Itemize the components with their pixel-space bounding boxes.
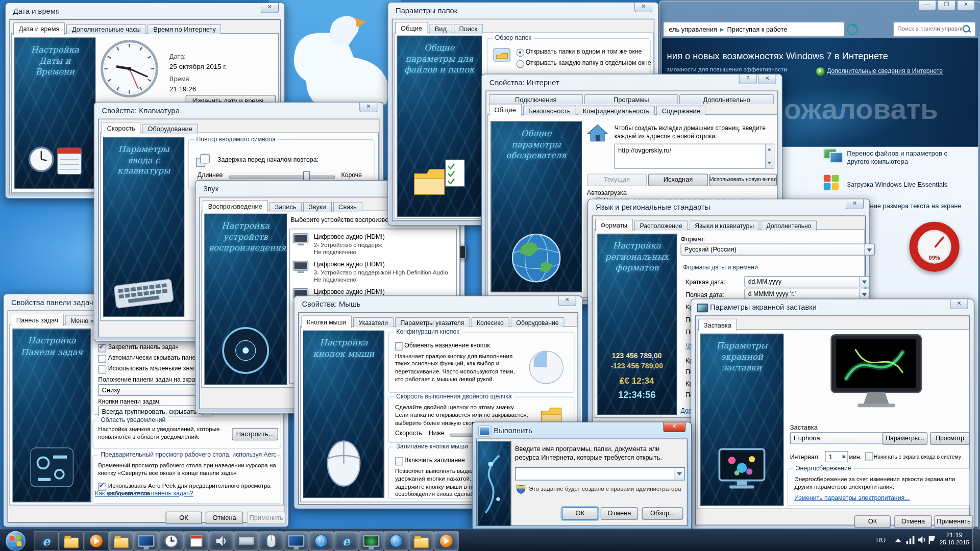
volume-icon[interactable] xyxy=(918,536,926,544)
close-button[interactable] xyxy=(634,3,653,13)
minimize-button[interactable] xyxy=(918,1,937,11)
device-item[interactable]: Цифровое аудио (HDMI) 3- Устройство с по… xyxy=(292,261,452,286)
tab-view[interactable]: Вид xyxy=(429,24,452,34)
taskbar-button-date-time[interactable] xyxy=(159,531,184,551)
close-button[interactable] xyxy=(758,74,776,85)
run-combo[interactable] xyxy=(515,467,685,481)
tab-formats[interactable]: Форматы xyxy=(595,219,633,231)
saver-combo[interactable]: Euphoria xyxy=(790,432,893,444)
tab-buttons[interactable]: Кнопки мыши xyxy=(301,315,352,328)
click-lock-label[interactable]: Включить залипание xyxy=(404,457,465,463)
breadcrumb-item[interactable]: Приступая к работе xyxy=(727,26,788,33)
taskbar-button-keyboard[interactable] xyxy=(234,531,259,551)
tab-date-time[interactable]: Дата и время xyxy=(13,22,65,35)
autohide-checkbox[interactable] xyxy=(98,355,106,363)
date-time-titlebar[interactable]: Дата и время xyxy=(6,3,284,19)
tab-pointer-options[interactable]: Параметры указателя xyxy=(395,317,470,328)
small-icons-checkbox[interactable] xyxy=(98,365,106,373)
search-input[interactable] xyxy=(896,24,964,33)
small-icons-label[interactable]: Использовать маленькие значки xyxy=(108,365,202,371)
taskbar-button-region[interactable] xyxy=(309,531,334,551)
new-window-label[interactable]: Открывать каждую папку в отдельном окне xyxy=(526,59,651,66)
tab-playback[interactable]: Воспроизведение xyxy=(203,200,268,212)
taskbar-button-volume[interactable] xyxy=(209,531,234,551)
tab-additional-clocks[interactable]: Дополнительные часы xyxy=(66,24,146,35)
scroll-down-icon[interactable] xyxy=(768,162,771,166)
ok-button[interactable]: ОК xyxy=(854,515,891,528)
taskbar-button-display[interactable] xyxy=(134,531,159,551)
close-button[interactable] xyxy=(957,1,975,11)
more-info-icon[interactable] xyxy=(816,67,825,76)
refresh-icon[interactable] xyxy=(847,24,858,35)
taskbar-button-screen[interactable] xyxy=(284,531,309,551)
taskbar-button-media-player[interactable] xyxy=(84,531,109,551)
help-button[interactable] xyxy=(739,74,757,85)
tab-wheel[interactable]: Колесико xyxy=(471,317,509,328)
tab-general[interactable]: Общие xyxy=(395,22,428,34)
tab-screensaver[interactable]: Заставка xyxy=(698,318,737,331)
close-button[interactable] xyxy=(846,199,864,210)
search-icon[interactable] xyxy=(963,25,970,33)
search-box[interactable] xyxy=(893,22,976,37)
region-titlebar[interactable]: Язык и региональные стандарты xyxy=(588,199,869,216)
tab-general[interactable]: Общие xyxy=(489,104,522,116)
saver-preview-button[interactable]: Просмотр xyxy=(930,432,970,444)
transfer-files-item[interactable]: Перенос файлов и параметров с другого ко… xyxy=(847,149,969,166)
apply-button[interactable]: Применить xyxy=(935,515,973,528)
taskbar-button-internet-options[interactable]: e xyxy=(334,531,359,551)
network-icon[interactable] xyxy=(906,536,915,544)
close-button[interactable] xyxy=(950,299,968,310)
run-titlebar[interactable]: Выполнить xyxy=(473,422,692,439)
taskbar-button-media-player-2[interactable] xyxy=(434,531,459,551)
taskbar-button-explorer[interactable] xyxy=(59,531,84,551)
lock-taskbar-checkbox[interactable] xyxy=(98,344,106,353)
tab-privacy[interactable]: Конфиденциальность xyxy=(577,106,655,116)
new-window-radio[interactable] xyxy=(516,60,524,68)
use-current-button[interactable]: Текущая xyxy=(587,173,647,186)
close-button[interactable] xyxy=(359,103,378,113)
screensaver-titlebar[interactable]: Параметры экранной заставки xyxy=(691,299,973,316)
transfer-files-icon[interactable] xyxy=(823,147,842,163)
start-button[interactable] xyxy=(5,531,27,551)
logon-screen-label[interactable]: Начинать с экрана входа в систему xyxy=(874,454,961,460)
tray-clock[interactable]: 21:19 25.10.2015 xyxy=(939,531,970,550)
repeat-delay-slider[interactable] xyxy=(229,176,335,179)
tab-keyboards[interactable]: Языки и клавиатуры xyxy=(689,220,760,231)
same-window-radio[interactable] xyxy=(516,49,524,57)
tab-communications[interactable]: Связь xyxy=(333,202,362,212)
breadcrumb[interactable]: ель управления xyxy=(669,26,717,33)
show-desktop-button[interactable] xyxy=(972,529,980,551)
tab-internet-time[interactable]: Время по Интернету xyxy=(148,24,222,35)
close-button[interactable] xyxy=(663,422,685,433)
cpu-gauge-gadget[interactable]: 09% xyxy=(910,222,960,272)
maximize-button[interactable] xyxy=(938,1,956,11)
tab-sounds[interactable]: Звуки xyxy=(303,202,332,212)
tab-recording[interactable]: Запись xyxy=(269,202,302,212)
taskbar-button-language[interactable] xyxy=(384,531,409,551)
close-button[interactable] xyxy=(558,296,576,306)
tab-administrative[interactable]: Дополнительно xyxy=(761,220,817,231)
tray-hidden-icons[interactable] xyxy=(895,539,901,542)
tab-location[interactable]: Расположение xyxy=(634,220,688,231)
tab-content[interactable]: Содержание xyxy=(656,106,706,116)
customize-button[interactable]: Настроить... xyxy=(232,428,278,440)
scroll-up-icon[interactable] xyxy=(768,146,771,151)
swap-buttons-checkbox[interactable] xyxy=(395,342,403,350)
cancel-button[interactable]: Отмена xyxy=(601,507,638,519)
taskbar-button-folder[interactable] xyxy=(409,531,434,551)
folder-options-titlebar[interactable]: Параметры папок xyxy=(388,3,658,19)
address-bar[interactable]: ель управленияПриступая к работе xyxy=(663,22,844,37)
taskbar-button-screensaver[interactable] xyxy=(359,531,384,551)
browse-button[interactable]: Обзор... xyxy=(642,507,683,519)
tray-language[interactable]: RU xyxy=(876,536,886,544)
tab-security[interactable]: Безопасность xyxy=(523,106,576,116)
power-settings-link[interactable]: Изменить параметры электропитания... xyxy=(794,494,910,501)
taskbar-button-internet-explorer[interactable]: e xyxy=(34,531,59,551)
textarea-scrollbar[interactable] xyxy=(765,144,774,168)
logon-screen-checkbox[interactable] xyxy=(865,453,873,461)
home-page-textarea[interactable]: http://ovgorskiy.ru/ xyxy=(615,144,774,169)
combo-dropdown[interactable] xyxy=(674,468,684,480)
windows-live-icon[interactable] xyxy=(823,174,840,191)
format-combo[interactable]: Русский (Россия) xyxy=(680,244,875,256)
click-lock-checkbox[interactable] xyxy=(395,457,403,465)
